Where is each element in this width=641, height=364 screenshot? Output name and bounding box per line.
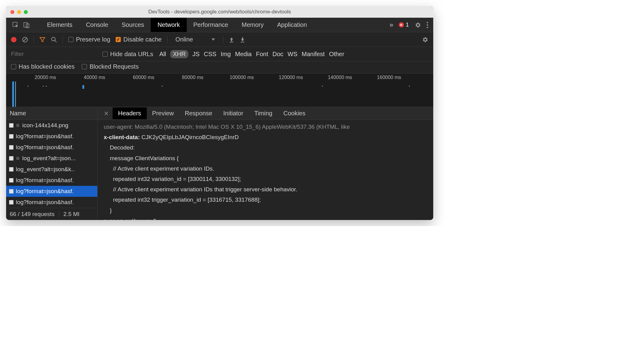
timeline-dot	[46, 86, 47, 87]
filter-type-font[interactable]: Font	[256, 51, 268, 58]
filter-type-doc[interactable]: Doc	[272, 51, 283, 58]
timeline-dot	[322, 86, 323, 87]
tab-network[interactable]: Network	[151, 18, 186, 32]
detail-tab-initiator[interactable]: Initiator	[218, 107, 249, 119]
more-tabs-button[interactable]: »	[390, 21, 393, 29]
tab-memory[interactable]: Memory	[235, 18, 270, 32]
header-x-client-data: x-client-data: CJK2yQEIpLbJAQirncoBCIesy…	[104, 132, 427, 142]
request-row[interactable]: log_event?alt=json&k..	[6, 164, 97, 175]
has-blocked-cookies-checkbox[interactable]: Has blocked cookies	[11, 63, 74, 70]
device-toolbar-icon[interactable]	[22, 20, 31, 30]
detail-tab-response[interactable]: Response	[179, 107, 218, 119]
main-tabs: ElementsConsoleSourcesNetworkPerformance…	[40, 18, 388, 32]
detail-tab-cookies[interactable]: Cookies	[278, 107, 311, 119]
error-badge[interactable]: ✕ 1	[399, 22, 409, 28]
timeline-dot	[409, 86, 410, 87]
throttle-value: Online	[175, 36, 193, 43]
timeline-tick: 100000 ms	[230, 75, 254, 80]
request-name: log?format=json&hasf.	[16, 144, 74, 151]
file-icon	[9, 145, 13, 150]
request-name: log?format=json&hasf.	[16, 188, 74, 195]
divider	[34, 36, 34, 43]
filter-type-ws[interactable]: WS	[288, 51, 297, 58]
request-row[interactable]: log?format=json&hasf.	[6, 186, 97, 197]
filter-type-css[interactable]: CSS	[204, 51, 216, 58]
error-icon: ✕	[399, 22, 404, 27]
request-list: ⚙icon-144x144.pnglog?format=json&hasf.lo…	[6, 120, 97, 208]
file-icon	[9, 156, 13, 160]
throttle-select[interactable]: Online	[173, 36, 218, 43]
filter-type-js[interactable]: JS	[193, 51, 200, 58]
request-row[interactable]: ⚙icon-144x144.png	[6, 120, 97, 131]
decoded-line-1: repeated int32 variation_id = [3300114, …	[110, 174, 427, 184]
clear-icon[interactable]	[22, 37, 28, 43]
request-name: log?format=json&hasf.	[16, 177, 74, 184]
decoded-comment-1: // Active client experiment variation ID…	[110, 164, 427, 174]
request-row[interactable]: ⚙log_event?alt=json...	[6, 153, 97, 164]
filter-input[interactable]	[11, 49, 96, 59]
network-toolbar: Preserve log ✓ Disable cache Online	[6, 32, 433, 47]
tab-application[interactable]: Application	[270, 18, 314, 32]
file-icon	[9, 134, 13, 139]
headers-body: user-agent: Mozilla/5.0 (Macintosh; Inte…	[98, 120, 433, 220]
panel-settings-gear-icon[interactable]	[422, 36, 428, 43]
request-row[interactable]: log?format=json&hasf.	[6, 197, 97, 208]
filter-bar: Hide data URLs AllXHRJSCSSImgMediaFontDo…	[6, 47, 433, 61]
decoded-label: Decoded:	[110, 142, 427, 153]
gear-icon: ⚙	[16, 156, 20, 161]
name-column-header[interactable]: Name	[6, 107, 97, 120]
filter-funnel-icon[interactable]	[39, 37, 45, 43]
detail-tab-timing[interactable]: Timing	[249, 107, 278, 119]
timeline-tick: 40000 ms	[84, 75, 105, 80]
header-user-agent: user-agent: Mozilla/5.0 (Macintosh; Inte…	[104, 122, 427, 132]
timeline-tick: 60000 ms	[133, 75, 154, 80]
checkbox-icon	[68, 37, 74, 42]
svg-line-9	[55, 41, 56, 42]
tab-console[interactable]: Console	[79, 18, 115, 32]
timeline-marker	[82, 85, 84, 89]
file-icon	[9, 167, 13, 171]
decoded-line-2: repeated int32 trigger_variation_id = [3…	[110, 195, 427, 205]
tab-performance[interactable]: Performance	[187, 18, 235, 32]
filter-type-media[interactable]: Media	[235, 51, 251, 58]
decoded-message-close: }	[110, 205, 427, 216]
tab-sources[interactable]: Sources	[115, 18, 151, 32]
filter-type-other[interactable]: Other	[329, 51, 344, 58]
divider	[63, 36, 63, 43]
filter-type-all[interactable]: All	[159, 51, 166, 58]
inspect-element-icon[interactable]	[11, 20, 20, 30]
filter-type-xhr[interactable]: XHR	[170, 50, 188, 58]
disable-cache-label: Disable cache	[123, 36, 162, 43]
timeline-overview[interactable]: 20000 ms40000 ms60000 ms80000 ms100000 m…	[6, 74, 433, 107]
tab-elements[interactable]: Elements	[40, 18, 79, 32]
request-list-footer: 66 / 149 requests 2.5 MI	[6, 208, 97, 220]
download-icon[interactable]	[240, 37, 245, 42]
close-detail-icon[interactable]: ✕	[100, 110, 113, 117]
disable-cache-checkbox[interactable]: ✓ Disable cache	[116, 36, 162, 43]
request-list-panel: Name ⚙icon-144x144.pnglog?format=json&ha…	[6, 107, 98, 220]
kebab-menu-icon[interactable]	[427, 22, 428, 28]
request-row[interactable]: log?format=json&hasf.	[6, 131, 97, 142]
detail-tab-preview[interactable]: Preview	[147, 107, 179, 119]
hide-data-urls-checkbox[interactable]: Hide data URLs	[103, 51, 153, 58]
settings-gear-icon[interactable]	[414, 22, 421, 28]
timeline-dot	[27, 86, 28, 87]
preserve-log-checkbox[interactable]: Preserve log	[68, 36, 110, 43]
divider	[167, 36, 167, 43]
upload-icon[interactable]	[229, 37, 234, 42]
type-filters: AllXHRJSCSSImgMediaFontDocWSManifestOthe…	[159, 50, 344, 58]
file-icon	[9, 178, 13, 182]
checkbox-icon	[103, 52, 108, 57]
request-row[interactable]: log?format=json&hasf.	[6, 142, 97, 153]
checkbox-checked-icon: ✓	[116, 37, 121, 42]
blocked-requests-checkbox[interactable]: Blocked Requests	[82, 63, 139, 70]
filter-type-img[interactable]: Img	[221, 51, 231, 58]
detail-tab-headers[interactable]: Headers	[113, 107, 147, 119]
record-button[interactable]	[11, 37, 16, 42]
request-count: 66 / 149 requests	[10, 211, 55, 218]
svg-line-7	[23, 38, 27, 41]
search-icon[interactable]	[51, 37, 57, 43]
request-row[interactable]: log?format=json&hasf.	[6, 175, 97, 186]
detail-panel: ✕ HeadersPreviewResponseInitiatorTimingC…	[98, 107, 433, 220]
filter-type-manifest[interactable]: Manifest	[302, 51, 325, 58]
